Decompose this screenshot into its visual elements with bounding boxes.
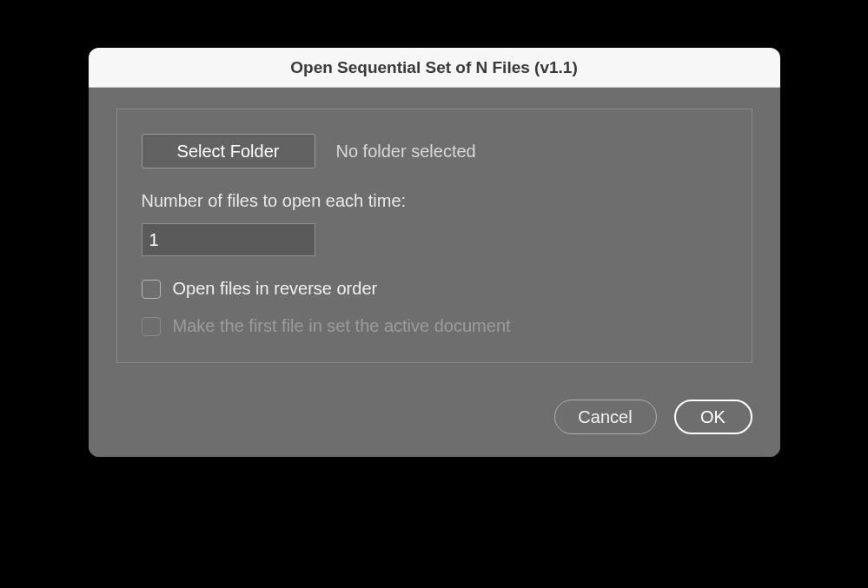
- cancel-button[interactable]: Cancel: [554, 400, 657, 434]
- reverse-order-checkbox[interactable]: [142, 280, 161, 299]
- folder-row: Select Folder No folder selected: [142, 134, 727, 168]
- main-panel: Select Folder No folder selected Number …: [116, 109, 752, 363]
- num-files-input[interactable]: [142, 223, 315, 256]
- dialog-footer: Cancel OK: [89, 380, 780, 457]
- folder-status-label: No folder selected: [336, 142, 476, 162]
- active-document-row: Make the first file in set the active do…: [142, 316, 727, 336]
- dialog-body: Select Folder No folder selected Number …: [89, 88, 780, 380]
- active-document-checkbox: [142, 317, 161, 336]
- dialog-title: Open Sequential Set of N Files (v1.1): [290, 58, 577, 77]
- reverse-order-label[interactable]: Open files in reverse order: [173, 279, 378, 299]
- titlebar: Open Sequential Set of N Files (v1.1): [89, 48, 780, 88]
- reverse-order-row: Open files in reverse order: [142, 279, 727, 299]
- ok-button[interactable]: OK: [674, 400, 752, 434]
- num-files-label: Number of files to open each time:: [142, 191, 727, 211]
- dialog-window: Open Sequential Set of N Files (v1.1) Se…: [89, 48, 780, 457]
- select-folder-button[interactable]: Select Folder: [142, 134, 315, 168]
- active-document-label: Make the first file in set the active do…: [173, 316, 511, 336]
